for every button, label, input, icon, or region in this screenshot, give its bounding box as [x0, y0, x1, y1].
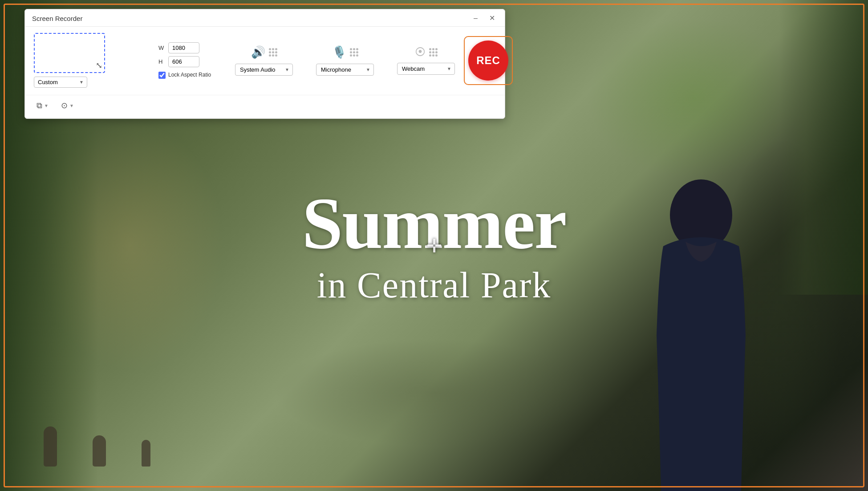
height-input[interactable]: [168, 56, 199, 67]
microphone-icon: 🎙️: [332, 45, 346, 59]
person-silhouette: [623, 179, 779, 491]
microphone-dropdown-wrapper: Microphone No Microphone ▼: [316, 64, 374, 76]
scene-title-summer: Summer: [302, 187, 566, 260]
system-audio-icons: 🔊: [251, 45, 277, 59]
panel-controls: – ✕: [471, 14, 498, 23]
webcam-dots-icon: [429, 48, 438, 57]
settings-icon: ⊙: [61, 101, 68, 110]
width-label: W: [158, 45, 165, 51]
bg-person-3: [142, 440, 150, 467]
webcam-dropdown-wrapper: Webcam No Webcam ▼: [397, 63, 455, 75]
lock-aspect-label: Lock Aspect Ratio: [168, 72, 211, 79]
bg-person-1: [44, 426, 57, 467]
background-people: [44, 426, 150, 467]
move-cursor-icon: ✛: [426, 235, 442, 256]
webcam-section: ⦿ Webcam No Webcam ▼: [397, 46, 455, 75]
speaker-icon: 🔊: [251, 45, 265, 59]
resize-handle: ⤡: [96, 61, 102, 70]
region-dropdown-container: Custom Full Screen 1920x1080 1280x720 ▼: [34, 77, 87, 88]
region-dropdown[interactable]: Custom Full Screen 1920x1080 1280x720: [34, 77, 87, 88]
recorder-panel: Screen Recorder – ✕ ⤡ Custom Full Screen…: [24, 9, 505, 119]
system-audio-dropdown-wrapper: System Audio No Audio ▼: [235, 64, 293, 76]
region-section: ⤡ Custom Full Screen 1920x1080 1280x720 …: [34, 33, 150, 88]
microphone-icons: 🎙️: [332, 45, 358, 59]
system-audio-dropdown[interactable]: System Audio No Audio: [235, 64, 293, 76]
panel-titlebar: Screen Recorder – ✕: [25, 9, 505, 27]
height-label: H: [158, 58, 165, 65]
webcam-icons: ⦿: [415, 46, 438, 58]
panel-body: ⤡ Custom Full Screen 1920x1080 1280x720 …: [25, 27, 505, 95]
mic-dots-icon: [350, 48, 358, 57]
rec-button-wrapper: REC: [464, 36, 513, 85]
region-dropdown-row: Custom Full Screen 1920x1080 1280x720 ▼: [34, 77, 87, 88]
lock-aspect-checkbox[interactable]: [158, 72, 166, 79]
dimensions-section: W H Lock Aspect Ratio: [158, 42, 212, 79]
region-preview: ⤡: [34, 33, 105, 73]
svg-point-0: [670, 179, 732, 251]
panel-bottom: ⧉ ▼ ⊙ ▼: [25, 95, 505, 118]
system-audio-section: 🔊 System Audio No Audio ▼: [235, 45, 293, 76]
scene-title: Summer in Central Park: [302, 187, 566, 306]
microphone-dropdown[interactable]: Microphone No Microphone: [316, 64, 374, 76]
panel-title: Screen Recorder: [32, 15, 82, 22]
close-button[interactable]: ✕: [487, 14, 498, 23]
microphone-section: 🎙️ Microphone No Microphone ▼: [316, 45, 374, 76]
bg-person-2: [93, 435, 106, 467]
settings-button[interactable]: ⊙ ▼: [58, 99, 77, 112]
lock-aspect-row: Lock Aspect Ratio: [158, 72, 212, 79]
width-input[interactable]: [168, 42, 199, 53]
rec-button[interactable]: REC: [468, 41, 508, 81]
screen-select-arrow: ▼: [44, 103, 49, 108]
screen-select-icon: ⧉: [37, 101, 42, 110]
rec-section: REC: [464, 36, 513, 85]
settings-arrow: ▼: [69, 103, 74, 108]
screen-select-button[interactable]: ⧉ ▼: [34, 99, 51, 112]
webcam-icon: ⦿: [415, 46, 426, 58]
webcam-dropdown[interactable]: Webcam No Webcam: [397, 63, 455, 75]
audio-dots-icon: [269, 48, 277, 57]
minimize-button[interactable]: –: [471, 14, 480, 23]
scene-title-sub: in Central Park: [302, 264, 566, 306]
height-row: H: [158, 56, 212, 67]
tree-right: [779, 0, 868, 295]
width-row: W: [158, 42, 212, 53]
